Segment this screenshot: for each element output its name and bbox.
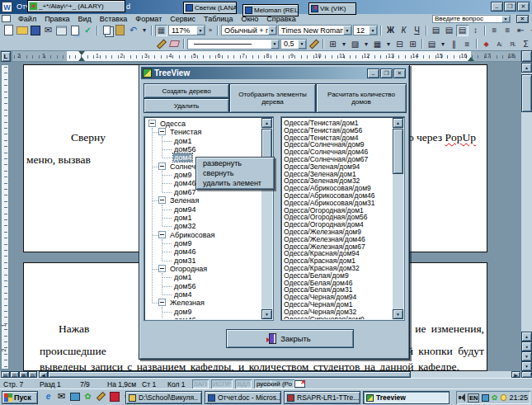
line-style-combo[interactable]: ▼ (187, 39, 280, 49)
close-document-icon[interactable]: ✕ (516, 15, 529, 23)
scroll-up-icon[interactable]: ▲ (521, 63, 532, 73)
tree-item[interactable]: Абрикосовая (145, 231, 261, 239)
zoom-combo[interactable]: 117%▼ (168, 25, 205, 35)
tree-item[interactable]: дом56 (145, 145, 261, 153)
tips-bulb-icon[interactable] (501, 394, 507, 401)
collapse-minus-icon[interactable] (158, 231, 166, 238)
sort-descending-icon[interactable] (506, 38, 519, 49)
distribute-columns-icon[interactable] (448, 38, 460, 49)
tree-item[interactable]: дом32 (145, 222, 261, 230)
scroll-down-icon[interactable]: ▼ (521, 361, 532, 371)
icq-tray-icon[interactable] (492, 394, 498, 402)
close-icon[interactable] (517, 2, 530, 12)
copy-icon[interactable] (101, 25, 113, 36)
dropdown-arrow-icon[interactable]: ▾ (362, 40, 370, 48)
tree-item[interactable]: Железная (145, 299, 261, 307)
tree-item[interactable]: дом46 (145, 247, 261, 256)
underline-button[interactable]: Ч (411, 25, 423, 36)
scroll-up-icon[interactable]: ▲ (393, 118, 403, 128)
print-view-icon[interactable]: ▦ (19, 371, 28, 378)
taskbar-task-3[interactable]: Treeview (363, 391, 450, 404)
collapse-minus-icon[interactable] (158, 162, 166, 170)
tree-item[interactable]: дом56 (145, 282, 261, 290)
tree-item[interactable]: дом9 (145, 239, 261, 247)
scroll-thumb[interactable] (393, 129, 403, 174)
right-indent-marker[interactable] (468, 54, 474, 61)
minimize-icon[interactable] (367, 68, 379, 78)
browse-object-icon[interactable]: ● (521, 341, 532, 351)
minimize-icon[interactable] (491, 2, 503, 12)
decrease-indent-icon[interactable] (515, 25, 527, 36)
icq-window-2[interactable]: Meloman (RELAX) (242, 4, 299, 16)
hscroll-thumb[interactable] (48, 371, 411, 378)
menu-Файл[interactable]: Файл (14, 15, 40, 23)
dropdown-arrow-icon[interactable]: ▾ (340, 40, 348, 48)
new-document-icon[interactable] (2, 25, 15, 36)
style-combo[interactable]: Обычный + по ц▼ (221, 25, 277, 35)
tree-item[interactable]: Огородная (145, 265, 261, 273)
collapse-minus-icon[interactable] (158, 265, 166, 272)
taskbar-task-1[interactable]: Отчет.doc - Micros... (205, 391, 281, 404)
ie-icon[interactable] (43, 391, 54, 402)
menu-Вставка[interactable]: Вставка (96, 15, 131, 23)
print-icon[interactable] (55, 25, 68, 36)
tree-item[interactable]: Одесса (145, 120, 261, 128)
close-icon[interactable] (393, 68, 406, 78)
font-combo[interactable]: Times New Roman▼ (278, 25, 352, 35)
align-center-icon[interactable] (443, 25, 455, 36)
align-left-icon[interactable] (430, 25, 442, 36)
scroll-down-icon[interactable]: ▼ (393, 309, 403, 319)
italic-button[interactable]: К (398, 25, 410, 36)
mail-icon[interactable] (42, 25, 54, 36)
collapse-minus-icon[interactable] (148, 120, 156, 127)
cell-align-icon[interactable] (426, 38, 438, 49)
collapse-minus-icon[interactable] (158, 299, 166, 306)
increase-indent-icon[interactable] (528, 25, 532, 36)
web-view-icon[interactable]: ▥ (10, 371, 19, 378)
icq-window-0[interactable]: _+*/Alay\^+_ (ALARY) (27, 0, 125, 12)
spelling-icon[interactable] (82, 25, 94, 36)
browse-next-icon[interactable]: ▼ (521, 351, 532, 361)
tree-item[interactable]: Тенистая (145, 128, 261, 136)
document-hscrollbar[interactable]: ▤ ▥ ▦ ▧ ◀ ▶ (0, 371, 532, 378)
line-spacing-icon[interactable] (469, 25, 482, 36)
border-color-icon[interactable] (308, 38, 320, 49)
ask-question-input[interactable]: Введите вопрос ▼ (432, 15, 511, 23)
undo-icon[interactable] (127, 25, 139, 36)
menu-Таблица[interactable]: Таблица (200, 15, 237, 23)
maximize-icon[interactable] (380, 68, 393, 78)
line-weight-combo[interactable]: 0,5▼ (280, 39, 307, 49)
restore-icon[interactable] (504, 2, 516, 12)
start-button[interactable]: Пуск (2, 391, 38, 404)
tab-selector-button[interactable] (1, 51, 11, 62)
collapse-minus-icon[interactable] (158, 128, 166, 135)
draw-table-pen-icon[interactable] (155, 38, 167, 49)
document-vscrollbar[interactable]: ▲ ▲ ● ▼ ▼ (521, 63, 532, 371)
borders-icon[interactable] (327, 38, 339, 49)
menu-Правка[interactable]: Правка (40, 15, 73, 23)
autosum-icon[interactable]: Σ (520, 38, 532, 49)
eraser-icon[interactable] (168, 38, 181, 49)
insert-table-icon[interactable] (371, 38, 384, 49)
outline-view-icon[interactable]: ▧ (28, 371, 37, 378)
close-dialog-button[interactable]: Закрыть (226, 329, 354, 348)
paste-icon[interactable] (114, 25, 126, 36)
language-indicator[interactable]: EN (468, 393, 479, 403)
menu-Формат[interactable]: Формат (131, 15, 166, 23)
horizontal-ruler[interactable]: 21123456789101112131415161718 (12, 50, 521, 62)
delete-button[interactable]: Удалить (144, 98, 229, 113)
tree-item[interactable]: дом31 (145, 257, 261, 265)
scroll-left-icon[interactable]: ◀ (39, 371, 48, 378)
bulleted-list-icon[interactable] (501, 25, 514, 36)
app-icon[interactable] (109, 391, 120, 402)
tree-item[interactable]: дом46 (145, 316, 261, 319)
display-tray-icon[interactable] (482, 394, 488, 402)
ruler-corner-button[interactable] (521, 50, 532, 62)
dropdown-arrow-icon[interactable]: ▾ (439, 40, 447, 48)
tree-view[interactable]: ОдессаТенистаядом1дом56дом4Солнечнаядом9… (144, 116, 274, 321)
scroll-up-icon[interactable]: ▲ (261, 118, 272, 128)
save-icon[interactable] (29, 25, 41, 36)
scroll-right-icon[interactable]: ▶ (511, 371, 520, 378)
table-autoformat-icon[interactable] (480, 38, 492, 49)
merge-cells-icon[interactable] (393, 38, 406, 49)
